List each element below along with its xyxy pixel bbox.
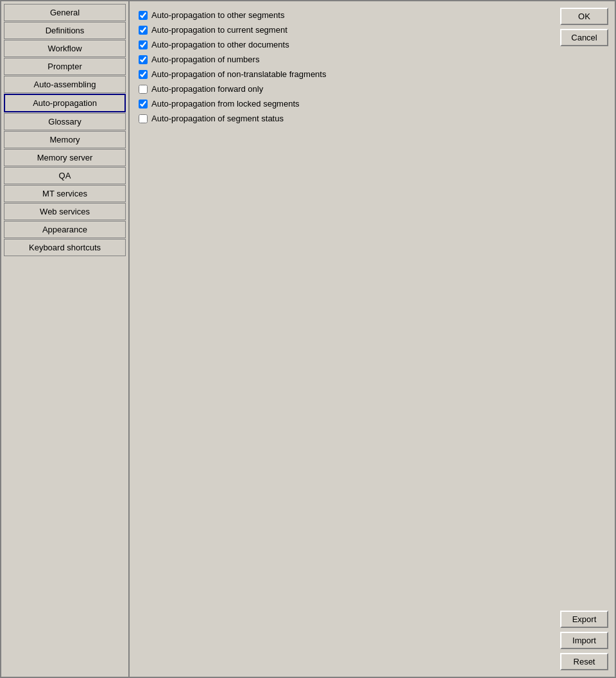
sidebar-item-prompter[interactable]: Prompter: [4, 58, 126, 75]
content-area: Auto-propagation to other segmentsAuto-p…: [130, 1, 615, 677]
sidebar-item-general[interactable]: General: [4, 4, 126, 21]
bottom-buttons: Export Import Reset: [560, 611, 608, 670]
reset-button[interactable]: Reset: [560, 653, 608, 670]
sidebar-item-workflow[interactable]: Workflow: [4, 40, 126, 57]
ok-button[interactable]: OK: [560, 8, 608, 25]
option-label-opt7: Auto-propagation from locked segments: [151, 99, 300, 109]
option-item-opt6: Auto-propagation forward only: [139, 84, 606, 94]
import-button[interactable]: Import: [560, 632, 608, 649]
sidebar-item-glossary[interactable]: Glossary: [4, 113, 126, 130]
checkbox-opt2[interactable]: [139, 26, 148, 35]
checkbox-opt6[interactable]: [139, 85, 148, 94]
option-item-opt1: Auto-propagation to other segments: [139, 10, 606, 20]
option-label-opt5: Auto-propagation of non-translatable fra…: [151, 69, 326, 79]
option-item-opt4: Auto-propagation of numbers: [139, 55, 606, 64]
option-label-opt6: Auto-propagation forward only: [151, 84, 263, 94]
export-button[interactable]: Export: [560, 611, 608, 628]
option-label-opt1: Auto-propagation to other segments: [151, 10, 284, 20]
cancel-button[interactable]: Cancel: [560, 29, 608, 46]
sidebar-item-memory[interactable]: Memory: [4, 131, 126, 148]
checkbox-opt1[interactable]: [139, 11, 148, 20]
option-label-opt8: Auto-propagation of segment status: [151, 114, 284, 123]
top-buttons: OK Cancel: [560, 8, 608, 46]
checkbox-opt7[interactable]: [139, 100, 148, 109]
option-label-opt3: Auto-propagation to other documents: [151, 40, 289, 49]
sidebar-item-appearance[interactable]: Appearance: [4, 221, 126, 238]
sidebar-item-auto-propagation[interactable]: Auto-propagation: [4, 94, 126, 112]
option-item-opt3: Auto-propagation to other documents: [139, 40, 606, 49]
option-item-opt7: Auto-propagation from locked segments: [139, 99, 606, 109]
option-item-opt8: Auto-propagation of segment status: [139, 114, 606, 123]
option-item-opt2: Auto-propagation to current segment: [139, 25, 606, 35]
sidebar-item-keyboard-shortcuts[interactable]: Keyboard shortcuts: [4, 239, 126, 256]
sidebar-item-mt-services[interactable]: MT services: [4, 185, 126, 202]
main-container: GeneralDefinitionsWorkflowPrompterAuto-a…: [0, 0, 616, 678]
checkbox-opt8[interactable]: [139, 114, 148, 123]
sidebar-item-auto-assembling[interactable]: Auto-assembling: [4, 76, 126, 93]
sidebar-item-web-services[interactable]: Web services: [4, 203, 126, 220]
options-list: Auto-propagation to other segmentsAuto-p…: [139, 10, 606, 123]
checkbox-opt5[interactable]: [139, 70, 148, 79]
option-label-opt2: Auto-propagation to current segment: [151, 25, 287, 35]
checkbox-opt3[interactable]: [139, 40, 148, 49]
sidebar-item-memory-server[interactable]: Memory server: [4, 149, 126, 166]
option-label-opt4: Auto-propagation of numbers: [151, 55, 259, 64]
option-item-opt5: Auto-propagation of non-translatable fra…: [139, 69, 606, 79]
sidebar-item-definitions[interactable]: Definitions: [4, 22, 126, 39]
sidebar-item-qa[interactable]: QA: [4, 167, 126, 184]
checkbox-opt4[interactable]: [139, 55, 148, 64]
sidebar: GeneralDefinitionsWorkflowPrompterAuto-a…: [1, 1, 130, 677]
